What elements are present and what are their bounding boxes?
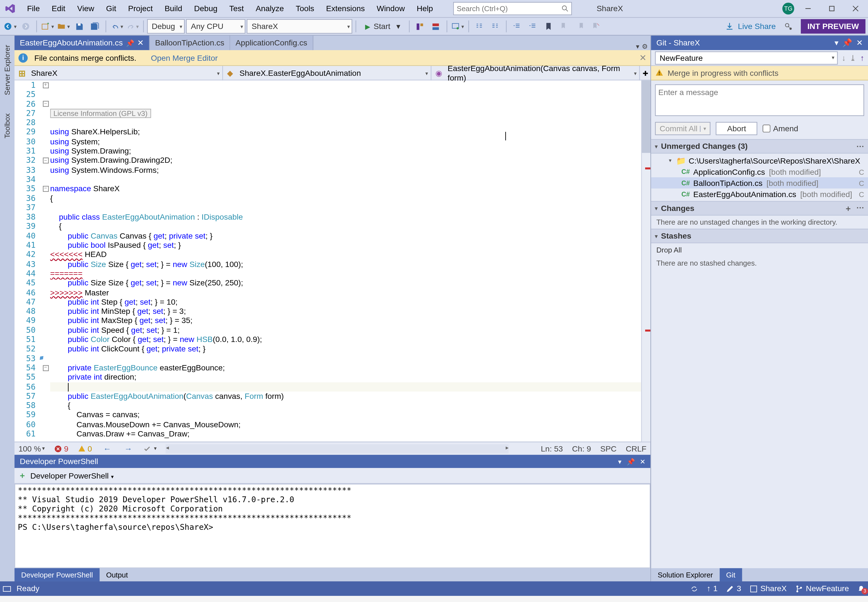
platform-dropdown[interactable]: Any CPU [186,19,246,34]
editor-vscrollbar[interactable] [641,81,651,442]
amend-checkbox[interactable]: Amend [763,124,798,133]
tb-icon-3[interactable]: ▾ [451,19,465,34]
status-sync[interactable] [690,584,699,593]
git-panel-close[interactable]: ✕ [856,38,863,48]
nav-fwd-button[interactable] [18,19,33,34]
minimize-button[interactable] [798,2,818,15]
infobar-close-button[interactable]: ✕ [639,53,646,63]
tabs-settings-button[interactable]: ⚙ [642,43,648,50]
editor-hscrollbar[interactable]: ◂▸ [166,444,509,453]
menu-file[interactable]: File [21,2,46,16]
undo-file-button[interactable]: C [859,190,864,198]
search-input[interactable] [457,5,562,12]
uncomment-button[interactable] [488,19,502,34]
line-ending[interactable]: CRLF [626,444,646,453]
menu-window[interactable]: Window [371,2,411,16]
close-button[interactable] [846,2,865,15]
undo-file-button[interactable]: C [859,168,864,176]
menu-test[interactable]: Test [223,2,250,16]
whitespace-mode[interactable]: SPC [600,444,616,453]
panel-dropdown-button[interactable]: ▾ [618,458,622,465]
config-dropdown[interactable]: Debug [147,19,185,34]
nav-back-button[interactable]: ▾ [3,19,17,34]
doc-tab[interactable]: EasterEggAboutAnimation.cs📌✕ [14,36,150,50]
zoom-dropdown[interactable]: 100 % ▾ [18,444,45,453]
avatar[interactable]: TG [782,3,794,14]
start-button[interactable]: ▶Start▾ [360,19,406,34]
feedback-button[interactable] [781,19,796,34]
menu-build[interactable]: Build [159,2,188,16]
menu-help[interactable]: Help [411,2,439,16]
unmerged-file-row[interactable]: C#BalloonTipAction.cs [both modified]C [651,177,868,188]
issue-prev-button[interactable]: ← [101,444,113,453]
live-share-button[interactable]: Live Share [721,22,780,31]
menu-tools[interactable]: Tools [290,2,320,16]
nav-project-combo[interactable]: ⊞ShareX [14,66,223,81]
tb-icon-2[interactable] [429,19,443,34]
stashes-header[interactable]: ▾Stashes [651,229,868,243]
changes-more-button[interactable]: ⋯ [856,203,864,214]
status-outgoing[interactable]: ↑ 1 [706,584,717,593]
solution-name[interactable]: ShareX [586,2,633,16]
startup-dropdown[interactable]: ShareX [247,19,352,34]
panel-pin-button[interactable]: 📌 [627,458,634,465]
nav-type-combo[interactable]: ◆ShareX.EasterEggAboutAnimation [223,66,431,81]
powershell-add-icon[interactable]: ＋ [18,470,26,481]
save-button[interactable] [72,19,86,34]
menu-git[interactable]: Git [100,2,122,16]
search-box[interactable] [454,2,573,15]
indent-more-button[interactable] [525,19,540,34]
menu-extensions[interactable]: Extensions [320,2,371,16]
unmerged-file-row[interactable]: C#EasterEggAboutAnimation.cs [both modif… [651,188,868,200]
right-tab[interactable]: Solution Explorer [651,568,719,581]
status-branch[interactable]: NewFeature [795,584,849,593]
nav-member-combo[interactable]: ◉EasterEggAboutAnimation(Canvas canvas, … [431,66,640,81]
commit-message-input[interactable] [655,84,864,116]
warning-count[interactable]: 0 [77,444,92,453]
changes-header[interactable]: ▾Changes＋⋯ [651,201,868,215]
fetch-button[interactable]: ↓ [842,53,846,62]
commit-button[interactable]: Commit All▾ [655,122,710,135]
abort-button[interactable]: Abort [716,122,757,135]
issue-scope-dropdown[interactable]: ▾ [143,445,157,452]
undo-file-button[interactable]: C [859,179,864,187]
pull-button[interactable]: ⤓ [850,53,856,62]
unmerged-file-row[interactable]: C#ApplicationConfig.cs [both modified]C [651,166,868,177]
git-panel-dropdown[interactable]: ▾ [834,38,839,48]
maximize-button[interactable] [822,2,842,15]
bottom-tab[interactable]: Developer PowerShell [14,568,100,581]
status-repo[interactable]: ShareX [749,584,787,593]
doc-tab[interactable]: BalloonTipAction.cs [150,36,230,50]
doc-tab[interactable]: ApplicationConfig.cs [230,36,313,50]
powershell-terminal[interactable]: ****************************************… [14,484,651,568]
save-all-button[interactable] [88,19,102,34]
stash-drop-all[interactable]: Drop All [651,243,868,256]
bottom-tab[interactable]: Output [100,568,134,581]
status-notifications[interactable]: 3 [857,584,865,593]
menu-view[interactable]: View [71,2,100,16]
indent-less-button[interactable] [509,19,524,34]
new-item-button[interactable]: ▾ [40,19,55,34]
menu-analyze[interactable]: Analyze [249,2,290,16]
right-tab[interactable]: Git [720,568,742,581]
bookmark-clear-button[interactable] [589,19,603,34]
menu-debug[interactable]: Debug [188,2,223,16]
bookmark-next-button[interactable] [573,19,588,34]
bookmark-prev-button[interactable] [557,19,572,34]
rail-toolbox[interactable]: Toolbox [2,108,13,144]
status-pending[interactable]: 3 [725,584,741,593]
code-editor[interactable]: 1252627282930313233343536373839404142434… [14,81,651,442]
tabs-overflow-button[interactable]: ▾ [636,43,639,50]
rail-server-explorer[interactable]: Server Explorer [2,40,13,101]
menu-edit[interactable]: Edit [46,2,71,16]
tab-close-button[interactable]: ✕ [137,38,144,48]
nav-split-button[interactable]: ✚ [640,66,651,81]
undo-button[interactable]: ▾ [109,19,124,34]
bookmark-button[interactable] [542,19,556,34]
int-preview-badge[interactable]: INT PREVIEW [801,19,865,34]
menu-project[interactable]: Project [122,2,159,16]
git-panel-pin[interactable]: 📌 [842,38,852,48]
tree-repo-row[interactable]: ▾📁C:\Users\tagherfa\Source\Repos\ShareX\… [651,155,868,166]
unmerged-header[interactable]: ▾Unmerged Changes (3)⋯ [651,139,868,154]
comment-button[interactable] [472,19,487,34]
